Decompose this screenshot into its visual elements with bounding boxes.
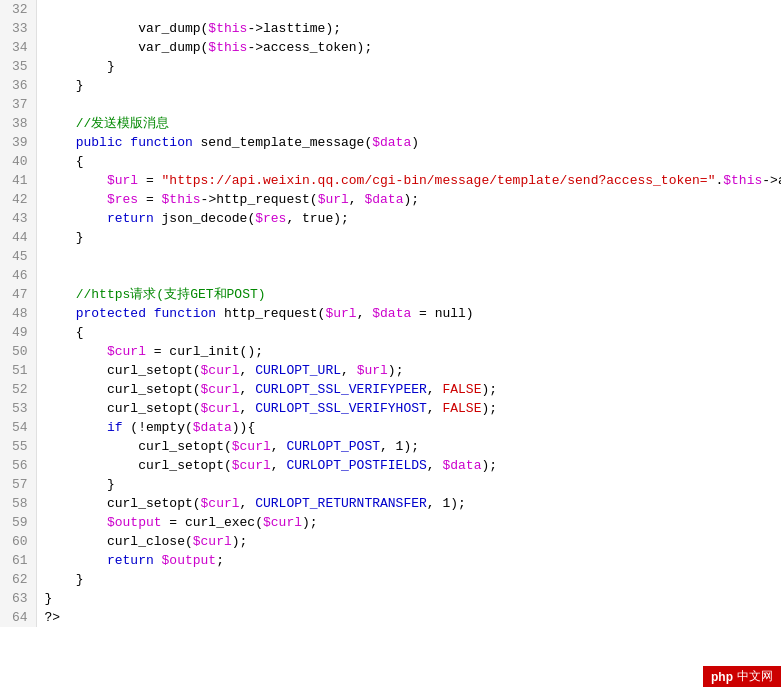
line-number: 56	[0, 456, 36, 475]
php-logo: php	[711, 670, 733, 684]
line-number: 53	[0, 399, 36, 418]
line-code: //发送模版消息	[36, 114, 781, 133]
table-row: 41 $url = "https://api.weixin.qq.com/cgi…	[0, 171, 781, 190]
line-code: public function send_template_message($d…	[36, 133, 781, 152]
line-number: 50	[0, 342, 36, 361]
table-row: 64?>	[0, 608, 781, 627]
line-number: 57	[0, 475, 36, 494]
line-code: var_dump($this->lasttime);	[36, 19, 781, 38]
table-row: 34 var_dump($this->access_token);	[0, 38, 781, 57]
line-number: 63	[0, 589, 36, 608]
table-row: 54 if (!empty($data)){	[0, 418, 781, 437]
line-number: 51	[0, 361, 36, 380]
line-code: }	[36, 570, 781, 589]
table-row: 37	[0, 95, 781, 114]
line-code: curl_setopt($curl, CURLOPT_RETURNTRANSFE…	[36, 494, 781, 513]
code-editor: 32 33 var_dump($this->lasttime);34 var_d…	[0, 0, 781, 687]
site-name: 中文网	[737, 668, 773, 685]
table-row: 60 curl_close($curl);	[0, 532, 781, 551]
footer-bar: php 中文网	[703, 666, 781, 687]
line-code: {	[36, 323, 781, 342]
line-code: }	[36, 228, 781, 247]
table-row: 51 curl_setopt($curl, CURLOPT_URL, $url)…	[0, 361, 781, 380]
line-code: ?>	[36, 608, 781, 627]
line-number: 52	[0, 380, 36, 399]
line-code: }	[36, 57, 781, 76]
line-code: }	[36, 589, 781, 608]
line-number: 62	[0, 570, 36, 589]
line-code: return $output;	[36, 551, 781, 570]
line-number: 39	[0, 133, 36, 152]
line-number: 61	[0, 551, 36, 570]
table-row: 57 }	[0, 475, 781, 494]
line-code	[36, 95, 781, 114]
line-code: curl_setopt($curl, CURLOPT_SSL_VERIFYHOS…	[36, 399, 781, 418]
table-row: 53 curl_setopt($curl, CURLOPT_SSL_VERIFY…	[0, 399, 781, 418]
line-number: 37	[0, 95, 36, 114]
table-row: 62 }	[0, 570, 781, 589]
line-number: 55	[0, 437, 36, 456]
table-row: 56 curl_setopt($curl, CURLOPT_POSTFIELDS…	[0, 456, 781, 475]
line-number: 58	[0, 494, 36, 513]
line-number: 47	[0, 285, 36, 304]
line-code: $res = $this->http_request($url, $data);	[36, 190, 781, 209]
table-row: 50 $curl = curl_init();	[0, 342, 781, 361]
line-number: 60	[0, 532, 36, 551]
table-row: 42 $res = $this->http_request($url, $dat…	[0, 190, 781, 209]
line-code: {	[36, 152, 781, 171]
line-number: 41	[0, 171, 36, 190]
line-number: 46	[0, 266, 36, 285]
table-row: 44 }	[0, 228, 781, 247]
table-row: 36 }	[0, 76, 781, 95]
line-code: //https请求(支持GET和POST)	[36, 285, 781, 304]
line-code: $url = "https://api.weixin.qq.com/cgi-bi…	[36, 171, 781, 190]
line-code: return json_decode($res, true);	[36, 209, 781, 228]
line-code: curl_setopt($curl, CURLOPT_URL, $url);	[36, 361, 781, 380]
table-row: 39 public function send_template_message…	[0, 133, 781, 152]
table-row: 35 }	[0, 57, 781, 76]
line-number: 35	[0, 57, 36, 76]
table-row: 47 //https请求(支持GET和POST)	[0, 285, 781, 304]
code-table: 32 33 var_dump($this->lasttime);34 var_d…	[0, 0, 781, 627]
line-code: $curl = curl_init();	[36, 342, 781, 361]
table-row: 61 return $output;	[0, 551, 781, 570]
line-number: 32	[0, 0, 36, 19]
line-code: $output = curl_exec($curl);	[36, 513, 781, 532]
line-number: 64	[0, 608, 36, 627]
line-number: 34	[0, 38, 36, 57]
table-row: 55 curl_setopt($curl, CURLOPT_POST, 1);	[0, 437, 781, 456]
table-row: 52 curl_setopt($curl, CURLOPT_SSL_VERIFY…	[0, 380, 781, 399]
line-number: 48	[0, 304, 36, 323]
line-code: curl_close($curl);	[36, 532, 781, 551]
line-code: curl_setopt($curl, CURLOPT_POST, 1);	[36, 437, 781, 456]
table-row: 40 {	[0, 152, 781, 171]
line-number: 42	[0, 190, 36, 209]
table-row: 45	[0, 247, 781, 266]
table-row: 49 {	[0, 323, 781, 342]
table-row: 43 return json_decode($res, true);	[0, 209, 781, 228]
line-number: 54	[0, 418, 36, 437]
line-number: 59	[0, 513, 36, 532]
line-code	[36, 266, 781, 285]
table-row: 48 protected function http_request($url,…	[0, 304, 781, 323]
line-code: }	[36, 76, 781, 95]
line-code: var_dump($this->access_token);	[36, 38, 781, 57]
table-row: 38 //发送模版消息	[0, 114, 781, 133]
line-number: 33	[0, 19, 36, 38]
table-row: 46	[0, 266, 781, 285]
table-row: 63}	[0, 589, 781, 608]
line-code	[36, 247, 781, 266]
line-code: curl_setopt($curl, CURLOPT_SSL_VERIFYPEE…	[36, 380, 781, 399]
line-code: protected function http_request($url, $d…	[36, 304, 781, 323]
line-code: }	[36, 475, 781, 494]
line-number: 40	[0, 152, 36, 171]
line-number: 49	[0, 323, 36, 342]
table-row: 58 curl_setopt($curl, CURLOPT_RETURNTRAN…	[0, 494, 781, 513]
table-row: 32	[0, 0, 781, 19]
line-code: if (!empty($data)){	[36, 418, 781, 437]
line-number: 45	[0, 247, 36, 266]
table-row: 33 var_dump($this->lasttime);	[0, 19, 781, 38]
table-row: 59 $output = curl_exec($curl);	[0, 513, 781, 532]
line-number: 44	[0, 228, 36, 247]
line-code: curl_setopt($curl, CURLOPT_POSTFIELDS, $…	[36, 456, 781, 475]
